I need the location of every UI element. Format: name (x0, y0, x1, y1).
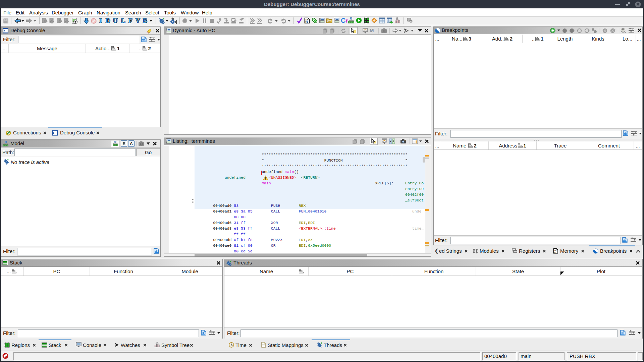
svg-text:10: 10 (305, 19, 308, 21)
svg-text:DT: DT (327, 20, 331, 23)
svg-text:01: 01 (305, 21, 308, 23)
